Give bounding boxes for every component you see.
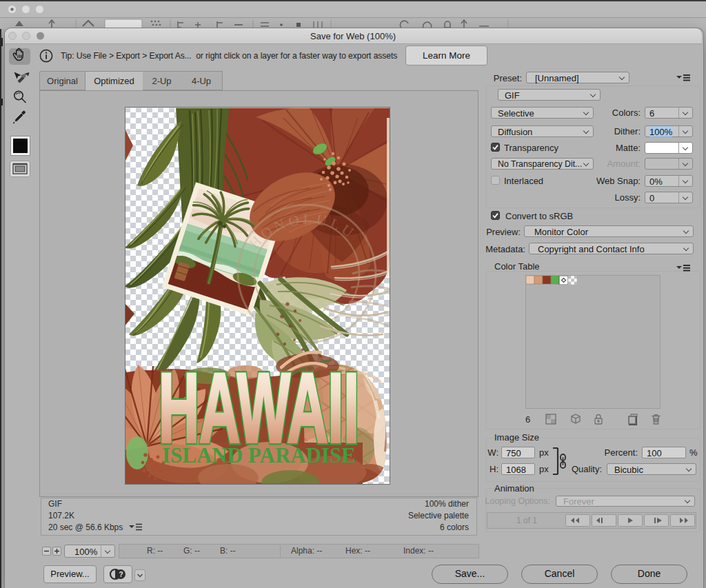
svg-text:ISLAND PARADISE: ISLAND PARADISE [162, 443, 356, 467]
svg-text:?: ? [119, 571, 123, 578]
